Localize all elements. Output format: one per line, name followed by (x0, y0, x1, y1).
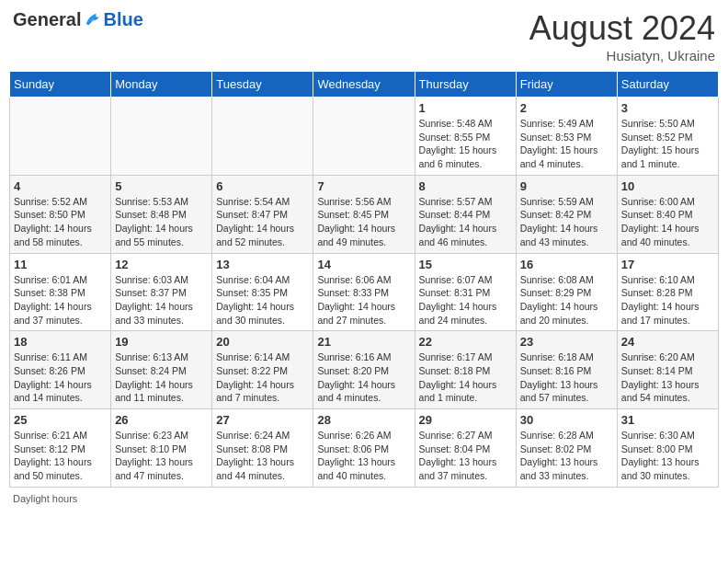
calendar-cell: 16Sunrise: 6:08 AMSunset: 8:29 PMDayligh… (516, 253, 617, 331)
day-info: Sunrise: 6:16 AMSunset: 8:20 PMDaylight:… (317, 350, 410, 405)
calendar-week-row: 18Sunrise: 6:11 AMSunset: 8:26 PMDayligh… (10, 331, 719, 409)
day-number: 11 (14, 258, 107, 271)
calendar-cell (111, 98, 212, 176)
calendar-cell: 29Sunrise: 6:27 AMSunset: 8:04 PMDayligh… (415, 409, 516, 488)
calendar-cell: 21Sunrise: 6:16 AMSunset: 8:20 PMDayligh… (313, 331, 415, 409)
calendar-cell: 27Sunrise: 6:24 AMSunset: 8:08 PMDayligh… (212, 409, 313, 488)
day-number: 24 (621, 335, 714, 349)
calendar-cell: 9Sunrise: 5:59 AMSunset: 8:42 PMDaylight… (516, 175, 617, 253)
calendar-cell: 17Sunrise: 6:10 AMSunset: 8:28 PMDayligh… (617, 253, 718, 331)
calendar-cell: 7Sunrise: 5:56 AMSunset: 8:45 PMDaylight… (313, 175, 415, 253)
calendar-cell: 28Sunrise: 6:26 AMSunset: 8:06 PMDayligh… (313, 409, 415, 488)
day-number: 3 (621, 101, 714, 115)
calendar-cell (212, 98, 313, 176)
calendar-cell: 6Sunrise: 5:54 AMSunset: 8:47 PMDaylight… (212, 175, 313, 253)
logo-blue: Blue (103, 9, 142, 30)
calendar-cell: 14Sunrise: 6:06 AMSunset: 8:33 PMDayligh… (313, 253, 415, 331)
title-block: August 2024 Husiatyn, Ukraine (529, 9, 715, 63)
day-info: Sunrise: 6:14 AMSunset: 8:22 PMDaylight:… (216, 350, 309, 405)
day-info: Sunrise: 6:17 AMSunset: 8:18 PMDaylight:… (419, 350, 512, 405)
day-info: Sunrise: 6:04 AMSunset: 8:35 PMDaylight:… (216, 273, 309, 327)
day-number: 2 (520, 101, 613, 115)
day-number: 16 (520, 258, 613, 271)
day-number: 20 (216, 335, 309, 349)
day-info: Sunrise: 6:01 AMSunset: 8:38 PMDaylight:… (14, 273, 107, 327)
calendar-header-friday: Friday (516, 72, 617, 98)
day-info: Sunrise: 6:10 AMSunset: 8:28 PMDaylight:… (621, 273, 714, 327)
calendar-cell: 20Sunrise: 6:14 AMSunset: 8:22 PMDayligh… (212, 331, 313, 409)
calendar-cell: 23Sunrise: 6:18 AMSunset: 8:16 PMDayligh… (516, 331, 617, 409)
calendar-header-sunday: Sunday (10, 72, 111, 98)
day-info: Sunrise: 5:53 AMSunset: 8:48 PMDaylight:… (115, 195, 208, 249)
day-info: Sunrise: 6:26 AMSunset: 8:06 PMDaylight:… (317, 429, 410, 483)
logo-bird-icon (83, 10, 103, 30)
calendar-header-tuesday: Tuesday (212, 72, 313, 98)
day-info: Sunrise: 5:59 AMSunset: 8:42 PMDaylight:… (520, 195, 613, 249)
calendar-cell: 25Sunrise: 6:21 AMSunset: 8:12 PMDayligh… (10, 409, 111, 488)
footer-note: Daylight hours (9, 493, 719, 504)
day-info: Sunrise: 5:52 AMSunset: 8:50 PMDaylight:… (14, 195, 107, 249)
calendar-cell (313, 98, 415, 176)
day-number: 6 (216, 179, 309, 193)
calendar-header-monday: Monday (111, 72, 212, 98)
calendar-cell: 19Sunrise: 6:13 AMSunset: 8:24 PMDayligh… (111, 331, 212, 409)
day-number: 17 (621, 258, 714, 271)
day-info: Sunrise: 5:54 AMSunset: 8:47 PMDaylight:… (216, 195, 309, 249)
day-info: Sunrise: 5:56 AMSunset: 8:45 PMDaylight:… (317, 195, 410, 249)
calendar-cell: 11Sunrise: 6:01 AMSunset: 8:38 PMDayligh… (10, 253, 111, 331)
calendar-cell: 4Sunrise: 5:52 AMSunset: 8:50 PMDaylight… (10, 175, 111, 253)
location-subtitle: Husiatyn, Ukraine (529, 48, 715, 63)
day-info: Sunrise: 6:27 AMSunset: 8:04 PMDaylight:… (419, 429, 512, 483)
day-number: 1 (419, 101, 512, 115)
day-number: 14 (317, 258, 410, 271)
day-number: 28 (317, 413, 410, 427)
day-number: 21 (317, 335, 410, 349)
header: General Blue August 2024 Husiatyn, Ukrai… (9, 9, 719, 63)
calendar-header-row: SundayMondayTuesdayWednesdayThursdayFrid… (10, 72, 719, 98)
day-number: 15 (419, 258, 512, 271)
month-title: August 2024 (529, 9, 715, 48)
day-info: Sunrise: 6:18 AMSunset: 8:16 PMDaylight:… (520, 350, 613, 405)
day-number: 8 (419, 179, 512, 193)
day-info: Sunrise: 6:00 AMSunset: 8:40 PMDaylight:… (621, 195, 714, 249)
calendar-table: SundayMondayTuesdayWednesdayThursdayFrid… (9, 71, 719, 488)
day-number: 31 (621, 413, 714, 427)
calendar-week-row: 4Sunrise: 5:52 AMSunset: 8:50 PMDaylight… (10, 175, 719, 253)
calendar-cell (10, 98, 111, 176)
logo: General Blue (13, 9, 143, 30)
day-number: 12 (115, 258, 208, 271)
calendar-header-thursday: Thursday (415, 72, 516, 98)
calendar-cell: 26Sunrise: 6:23 AMSunset: 8:10 PMDayligh… (111, 409, 212, 488)
day-number: 7 (317, 179, 410, 193)
calendar-cell: 3Sunrise: 5:50 AMSunset: 8:52 PMDaylight… (617, 98, 718, 176)
day-info: Sunrise: 5:48 AMSunset: 8:55 PMDaylight:… (419, 117, 512, 171)
day-number: 5 (115, 179, 208, 193)
calendar-cell: 15Sunrise: 6:07 AMSunset: 8:31 PMDayligh… (415, 253, 516, 331)
calendar-cell: 1Sunrise: 5:48 AMSunset: 8:55 PMDaylight… (415, 98, 516, 176)
calendar-cell: 2Sunrise: 5:49 AMSunset: 8:53 PMDaylight… (516, 98, 617, 176)
calendar-cell: 18Sunrise: 6:11 AMSunset: 8:26 PMDayligh… (10, 331, 111, 409)
day-info: Sunrise: 5:49 AMSunset: 8:53 PMDaylight:… (520, 117, 613, 171)
day-info: Sunrise: 6:28 AMSunset: 8:02 PMDaylight:… (520, 429, 613, 483)
calendar-cell: 31Sunrise: 6:30 AMSunset: 8:00 PMDayligh… (617, 409, 718, 488)
day-info: Sunrise: 6:13 AMSunset: 8:24 PMDaylight:… (115, 350, 208, 405)
day-number: 23 (520, 335, 613, 349)
day-info: Sunrise: 6:30 AMSunset: 8:00 PMDaylight:… (621, 429, 714, 483)
calendar-week-row: 11Sunrise: 6:01 AMSunset: 8:38 PMDayligh… (10, 253, 719, 331)
day-number: 26 (115, 413, 208, 427)
day-number: 10 (621, 179, 714, 193)
day-info: Sunrise: 6:21 AMSunset: 8:12 PMDaylight:… (14, 429, 107, 483)
day-info: Sunrise: 6:07 AMSunset: 8:31 PMDaylight:… (419, 273, 512, 327)
day-info: Sunrise: 6:06 AMSunset: 8:33 PMDaylight:… (317, 273, 410, 327)
calendar-cell: 13Sunrise: 6:04 AMSunset: 8:35 PMDayligh… (212, 253, 313, 331)
logo-general: General (13, 9, 81, 30)
calendar-week-row: 1Sunrise: 5:48 AMSunset: 8:55 PMDaylight… (10, 98, 719, 176)
calendar-cell: 5Sunrise: 5:53 AMSunset: 8:48 PMDaylight… (111, 175, 212, 253)
day-number: 19 (115, 335, 208, 349)
day-info: Sunrise: 5:50 AMSunset: 8:52 PMDaylight:… (621, 117, 714, 171)
day-number: 27 (216, 413, 309, 427)
calendar-header-wednesday: Wednesday (313, 72, 415, 98)
day-info: Sunrise: 6:24 AMSunset: 8:08 PMDaylight:… (216, 429, 309, 483)
calendar-cell: 8Sunrise: 5:57 AMSunset: 8:44 PMDaylight… (415, 175, 516, 253)
day-number: 13 (216, 258, 309, 271)
